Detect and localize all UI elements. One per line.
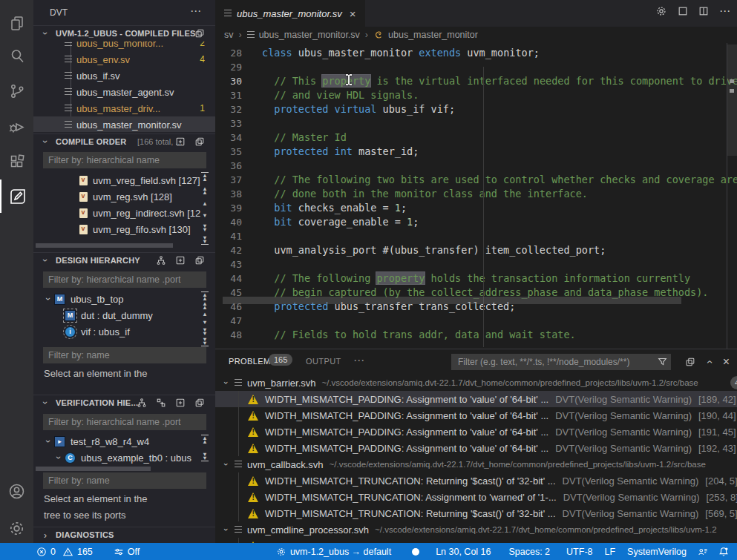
horizontal-scrollbar[interactable]	[36, 243, 173, 248]
scroll-page-up-button[interactable]: ▲▲	[199, 187, 211, 194]
scroll-last-button[interactable]: ▼▼	[199, 236, 211, 245]
problem-row[interactable]: WIDTH_MISMATCH_TRUNCATION: Assignment to…	[215, 489, 737, 505]
filter-funnel-icon[interactable]	[658, 357, 667, 366]
scroll-last-button[interactable]: ▼▼	[199, 452, 211, 461]
explorer-icon[interactable]	[0, 6, 33, 39]
tab-ubus-master-monitor[interactable]: ubus_master_monitor.sv ×	[215, 0, 365, 27]
compile-order-item[interactable]: uvm_reg.svh [128]	[33, 188, 200, 205]
scroll-page-down-button[interactable]: ▼▼	[199, 224, 211, 231]
verification-hierarchy-filter-input[interactable]	[43, 414, 206, 430]
file-item[interactable]: ubus_env.sv4	[33, 51, 215, 67]
section-diagnostics[interactable]: › DIAGNOSTICS	[33, 527, 215, 543]
hierarchy-icon[interactable]	[137, 398, 147, 408]
section-verification-hierarchy[interactable]: › VERIFICATION HIE...	[33, 395, 215, 412]
more-tabs-icon[interactable]: ⋯	[353, 354, 365, 367]
code-line[interactable]: 43	[215, 257, 737, 271]
scroll-page-down-button[interactable]: ▼▼	[199, 328, 211, 335]
breadcrumb-root[interactable]: sv	[224, 30, 234, 40]
verification-tree-item[interactable]: ›Cubus_example_tb0 : ubus	[33, 449, 215, 466]
account-icon[interactable]	[0, 475, 33, 508]
horizontal-scrollbar[interactable]	[36, 467, 151, 471]
cursor-position[interactable]: Ln 30, Col 16	[430, 543, 496, 560]
split-editor-icon[interactable]	[698, 6, 709, 16]
compile-order-filter-input[interactable]	[43, 152, 206, 168]
scroll-down-button[interactable]: ▼	[199, 320, 211, 324]
problem-group-row[interactable]: ›uvm_cmdline_processor.svh~/.vscode/exte…	[215, 521, 737, 538]
feedback[interactable]	[692, 543, 713, 560]
file-item[interactable]: ubus_master_monitor.sv	[33, 116, 215, 132]
close-icon[interactable]: ×	[350, 7, 356, 20]
verification-name-filter-input[interactable]	[43, 472, 206, 489]
scroll-first-button[interactable]: ▲▲	[199, 172, 211, 181]
code-line[interactable]: 34 // Master Id	[215, 131, 737, 145]
code-line[interactable]: 39 bit checks_enable = 1;	[215, 201, 737, 215]
scroll-first-button[interactable]: ▲▲	[199, 291, 211, 300]
scroll-page-up-button[interactable]: ▲▲	[199, 302, 211, 309]
code-line[interactable]: 48 // Fields to hold trans addr, data an…	[215, 328, 737, 342]
scroll-last-button[interactable]: ▼▼	[199, 337, 211, 346]
layout-icon[interactable]	[678, 6, 688, 16]
settings-gear-icon[interactable]	[0, 512, 33, 545]
scroll-first-button[interactable]: ▲▲	[199, 435, 211, 444]
problem-row[interactable]: SYSTEM_VERILOG-2012: Expecting 'ifdef' .…	[215, 538, 737, 543]
editor-horizontal-scrollbar[interactable]	[223, 297, 681, 304]
new-window-icon[interactable]	[175, 255, 186, 266]
code-line[interactable]: 44 // The following property holds the t…	[215, 271, 737, 286]
code-line[interactable]: 28class ubus_master_monitor extends uvm_…	[215, 46, 737, 60]
design-name-filter-input[interactable]	[43, 347, 206, 363]
scroll-up-button[interactable]: ▲	[199, 202, 211, 205]
problem-row[interactable]: WIDTH_MISMATCH_TRUNCATION: Returning '$c…	[215, 505, 737, 521]
factory-overrides-icon[interactable]	[156, 398, 166, 408]
open-in-editor-icon[interactable]	[685, 357, 695, 367]
code-line[interactable]: 31 // and view HDL signals.	[215, 88, 737, 102]
sidebar-more-actions-icon[interactable]: ⋯	[190, 4, 202, 18]
more-actions-icon[interactable]: ⋯	[719, 4, 731, 18]
code-line[interactable]: 30 // This property is the virtual inter…	[215, 74, 737, 88]
breadcrumb-symbol[interactable]: ubus_master_monitor	[388, 30, 478, 40]
section-compiled-files[interactable]: › UVM-1.2_UBUS - COMPILED FILES	[33, 25, 215, 42]
verification-tree-item[interactable]: ›▸test_r8_w8_r4_w4	[33, 433, 215, 449]
collapse-all-icon[interactable]	[194, 136, 205, 147]
code-line[interactable]: 29	[215, 60, 737, 74]
hierarchy-icon[interactable]	[156, 255, 166, 266]
code-line[interactable]: 36	[215, 159, 737, 173]
notifications[interactable]	[713, 543, 734, 560]
problem-row[interactable]: WIDTH_MISMATCH_PADDING: Assignment to 'v…	[215, 424, 737, 440]
server-status[interactable]	[407, 543, 425, 560]
design-hierarchy-filter-input[interactable]	[43, 271, 206, 288]
encoding[interactable]: UTF-8	[561, 543, 597, 560]
code-line[interactable]: 41	[215, 229, 737, 243]
maximize-panel-icon[interactable]: ›	[703, 360, 715, 364]
scroll-down-button[interactable]: ▼	[199, 214, 211, 217]
close-panel-icon[interactable]: ×	[723, 355, 730, 369]
source-control-icon[interactable]	[0, 74, 33, 108]
code-line[interactable]: 40 bit coverage_enable = 1;	[215, 215, 737, 229]
section-compile-order[interactable]: › COMPILE ORDER [166 total, ...	[33, 134, 215, 151]
file-item[interactable]: ubus_if.sv	[33, 67, 215, 84]
compile-order-item[interactable]: uvm_vreg_field.svh [127]	[33, 172, 200, 188]
problems-filter-input[interactable]	[451, 354, 671, 370]
problem-group-row[interactable]: ›uvm_barrier.svh~/.vscode/extensions/ami…	[215, 375, 737, 391]
section-design-hierarchy[interactable]: › DESIGN HIERARCHY	[33, 252, 215, 269]
file-item[interactable]: ubus_bus_monitor...2	[33, 42, 215, 51]
design-tree-item[interactable]: ›Mubus_tb_top	[33, 291, 215, 307]
breadcrumb-file[interactable]: ubus_master_monitor.sv	[259, 30, 360, 40]
collapse-all-icon[interactable]	[194, 255, 205, 266]
dvt-icon[interactable]	[0, 179, 33, 213]
code-line[interactable]: 37 // The following two bits are used to…	[215, 173, 737, 187]
search-icon[interactable]	[0, 39, 33, 72]
code-line[interactable]: 33	[215, 116, 737, 131]
code-line[interactable]: 32 protected virtual ubus_if vif;	[215, 102, 737, 116]
eol[interactable]: LF	[600, 543, 621, 560]
scroll-up-button[interactable]: ▲	[199, 312, 211, 316]
settings-gear-icon[interactable]	[655, 5, 667, 17]
problem-row[interactable]: WIDTH_MISMATCH_PADDING: Assignment to 'v…	[215, 440, 737, 456]
collapse-all-icon[interactable]	[194, 398, 205, 408]
code-line[interactable]: 42 uvm_analysis_port #(ubus_transfer) it…	[215, 243, 737, 257]
code-line[interactable]: 35 protected int master_id;	[215, 145, 737, 159]
new-window-icon[interactable]	[175, 398, 186, 408]
run-debug-icon[interactable]	[0, 110, 33, 143]
design-tree-item[interactable]: ivif : ubus_if	[33, 323, 215, 340]
editor-vertical-scrollbar[interactable]	[727, 45, 737, 156]
open-editors-icon[interactable]	[194, 28, 205, 39]
